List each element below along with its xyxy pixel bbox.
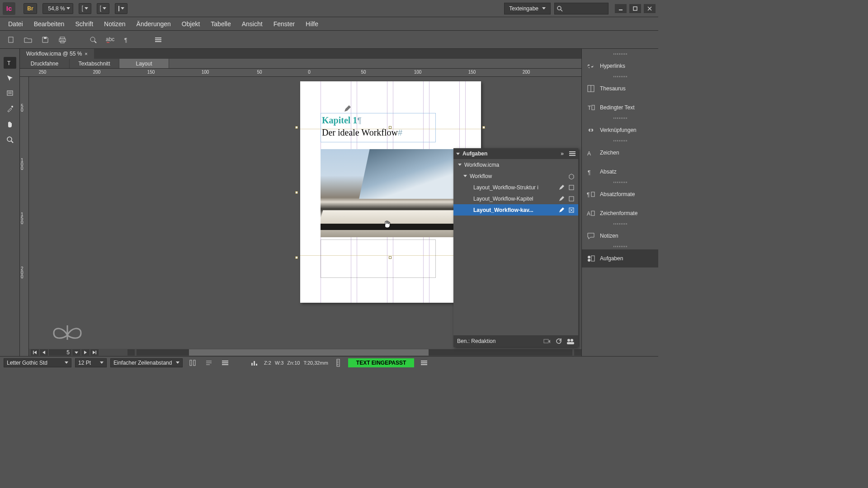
view-options-1[interactable] [79, 3, 91, 14]
menu-tabelle[interactable]: Tabelle [205, 17, 236, 30]
view-tab-galley[interactable]: Druckfahne [20, 59, 70, 68]
tree-item[interactable]: Layout_Workflow-Kapitel [453, 193, 578, 204]
eyedropper-tool[interactable] [4, 103, 16, 115]
last-page-button[interactable] [90, 349, 99, 356]
page-dropdown[interactable] [72, 349, 80, 356]
status-bar: Letter Gothic Std 12 Pt Einfacher Zeilen… [0, 356, 658, 369]
ruler-mark: 200 [93, 70, 101, 75]
tree-item-selected[interactable]: Layout_Workflow-kav... [453, 204, 578, 216]
search-box[interactable] [554, 3, 609, 14]
panel-thesaurus[interactable]: Thesaurus [582, 80, 658, 98]
close-button[interactable] [644, 4, 656, 13]
save-icon[interactable] [39, 34, 52, 46]
scroll-left-button[interactable] [127, 349, 135, 356]
h-scrollbar[interactable] [137, 349, 572, 356]
note-tool[interactable] [4, 88, 16, 99]
svg-rect-52 [190, 360, 192, 366]
first-page-button[interactable] [31, 349, 39, 356]
panel-char-styles[interactable]: AZeichenformate [582, 204, 658, 222]
menu-notizen[interactable]: Notizen [99, 17, 131, 30]
prev-page-button[interactable] [40, 349, 48, 356]
svg-text:abc: abc [106, 36, 114, 42]
svg-point-24 [11, 106, 13, 108]
next-page-button[interactable] [81, 349, 90, 356]
depth-ruler-icon[interactable] [332, 357, 344, 369]
ruler-mark: 50 [257, 70, 262, 75]
minimize-button[interactable] [615, 4, 627, 13]
svg-rect-13 [60, 37, 65, 39]
para-style-icon: ¶ [586, 190, 595, 198]
svg-point-40 [588, 256, 590, 258]
hand-tool[interactable] [4, 118, 16, 130]
scroll-right-button[interactable] [574, 349, 581, 356]
panel-menu-icon[interactable] [569, 151, 576, 156]
panel-links[interactable]: Verknüpfungen [582, 121, 658, 139]
spellcheck-icon[interactable]: abc [104, 34, 117, 46]
columns-icon[interactable] [186, 357, 199, 369]
panel-label: Absatz [600, 169, 617, 175]
menu-aenderungen[interactable]: Änderungen [131, 17, 176, 30]
ruler-mark: 50 [361, 70, 366, 75]
tree-root[interactable]: Workflow.icma [453, 159, 578, 170]
panel-hyperlinks[interactable]: Hyperlinks [582, 57, 658, 75]
zoom-tool[interactable] [4, 134, 16, 145]
users-icon[interactable] [566, 337, 575, 345]
view-tab-story[interactable]: Textabschnitt [70, 59, 119, 68]
refresh-icon[interactable] [555, 337, 563, 345]
position-tool[interactable] [4, 72, 16, 84]
panel-paragraph[interactable]: ¶Absatz [582, 163, 658, 181]
tasks-icon [586, 254, 595, 263]
stats-icon[interactable] [248, 357, 260, 369]
align-icon[interactable] [203, 357, 215, 369]
tree-group[interactable]: Workflow [453, 170, 578, 182]
new-doc-icon[interactable] [5, 34, 17, 46]
options-bar: abc ¶ [0, 31, 658, 49]
zoom-level-combo[interactable]: 54,8 % [42, 3, 73, 14]
maximize-button[interactable] [629, 4, 641, 13]
svg-point-16 [90, 37, 95, 42]
open-icon[interactable] [22, 34, 34, 46]
menu-datei[interactable]: Datei [3, 17, 28, 30]
expand-icon[interactable]: » [561, 150, 563, 157]
page-number-field[interactable]: 5 [49, 349, 71, 356]
screen-mode[interactable] [97, 3, 109, 14]
panel-para-styles[interactable]: ¶Absatzformate [582, 185, 658, 203]
pencil-icon [344, 105, 352, 113]
find-icon[interactable] [87, 34, 99, 46]
type-tool[interactable]: T [4, 57, 16, 69]
panel-cond-text[interactable]: TBedingter Text [582, 99, 658, 117]
document-tab[interactable]: Workflow.icma @ 55 % × [20, 49, 94, 59]
workspace-switcher[interactable]: Texteingabe [504, 3, 551, 14]
svg-rect-14 [59, 39, 66, 42]
tree-item[interactable]: Layout_Workflow-Struktur i [453, 182, 578, 193]
menu-fenster[interactable]: Fenster [268, 17, 300, 30]
panel-character[interactable]: AZeichen [582, 144, 658, 162]
leading-combo[interactable]: Einfacher Zeilenabstand [110, 358, 183, 367]
aufgaben-header[interactable]: Aufgaben » [453, 148, 578, 159]
panel-tasks[interactable]: Aufgaben [582, 249, 658, 267]
hamburger-icon[interactable] [152, 34, 165, 46]
panel-label: Aufgaben [600, 255, 623, 262]
hamburger-icon[interactable] [418, 357, 430, 369]
menu-schrift[interactable]: Schrift [70, 17, 99, 30]
app-logo: Ic [3, 2, 15, 15]
font-family-combo[interactable]: Letter Gothic Std [4, 358, 71, 367]
print-icon[interactable] [56, 34, 69, 46]
menu-bearbeiten[interactable]: Bearbeiten [28, 17, 70, 30]
panel-notes[interactable]: Notizen [582, 227, 658, 245]
view-tab-layout[interactable]: Layout [119, 59, 169, 68]
arrange-docs[interactable] [115, 3, 127, 14]
menu-bar: Datei Bearbeiten Schrift Notizen Änderun… [0, 17, 658, 31]
bridge-button[interactable]: Br [24, 3, 37, 14]
ruler-mark: 250 [39, 70, 47, 75]
menu-objekt[interactable]: Objekt [176, 17, 205, 30]
pilcrow-icon[interactable]: ¶ [121, 34, 134, 46]
hamburger-icon[interactable] [219, 357, 231, 369]
update-icon[interactable] [543, 337, 551, 345]
title-bar: Ic Br 54,8 % Texteingabe [0, 0, 658, 17]
close-tab-icon[interactable]: × [85, 51, 87, 56]
font-size-combo[interactable]: 12 Pt [75, 358, 107, 367]
menu-hilfe[interactable]: Hilfe [300, 17, 324, 30]
menu-ansicht[interactable]: Ansicht [236, 17, 268, 30]
panel-label: Verknüpfungen [600, 127, 637, 133]
